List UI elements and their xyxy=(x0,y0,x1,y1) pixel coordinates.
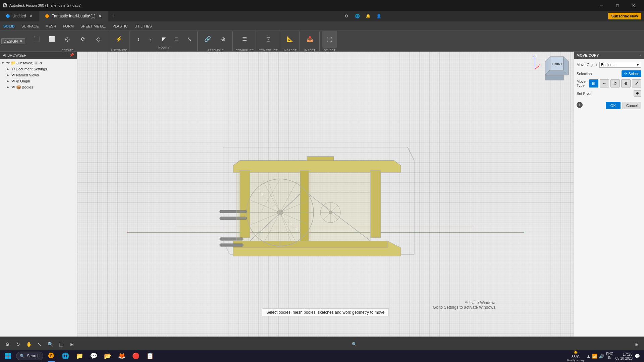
loft-btn[interactable]: ◇ xyxy=(91,31,106,48)
view-cube-btn[interactable]: ⬚ xyxy=(56,340,66,349)
named-views-label: Named Views xyxy=(16,73,39,77)
settings-icon-btn[interactable]: ⚙ xyxy=(342,11,352,21)
taskbar-app7[interactable]: 🔴 xyxy=(129,350,143,362)
minimize-button[interactable]: ─ xyxy=(594,0,609,11)
move-object-select[interactable]: Bodies... ▼ xyxy=(599,62,641,68)
design-dropdown[interactable]: DESIGN ▼ xyxy=(1,38,25,44)
bell-icon-btn[interactable]: 🔔 xyxy=(364,11,373,21)
grid-btn[interactable]: ⊞ xyxy=(67,340,76,349)
sweep-btn[interactable]: ⟳ xyxy=(75,31,90,48)
inspect-label: INSPECT xyxy=(283,49,297,52)
press-pull-btn[interactable]: ↕ xyxy=(132,33,144,45)
cancel-button[interactable]: Cancel xyxy=(623,102,641,109)
assemble-new-btn[interactable]: 🔗 xyxy=(200,31,215,48)
insert-label: INSERT xyxy=(304,49,315,52)
network-icon[interactable]: 📶 xyxy=(592,354,597,359)
svg-text:FRONT: FRONT xyxy=(552,62,562,66)
menu-form[interactable]: FORM xyxy=(59,21,77,31)
tree-item-bodies[interactable]: ▶ 👁 📦 Bodies xyxy=(0,84,77,90)
volume-icon[interactable]: 🔊 xyxy=(599,354,604,359)
move-type-axis-btn[interactable]: ↔ xyxy=(600,79,609,87)
tab-untitled[interactable]: 🔷 Untitled ✕ xyxy=(0,11,39,21)
tree-item-doc-settings[interactable]: ▶ ⚙ Document Settings xyxy=(0,66,77,72)
construct-btn[interactable]: ⌺ xyxy=(261,31,276,48)
root-settings-icon[interactable]: ⚙ xyxy=(39,61,42,65)
move-object-chevron: ▼ xyxy=(636,63,640,67)
browser-pin-icon[interactable]: 📌 xyxy=(69,53,74,57)
globe-icon-btn[interactable]: 🌐 xyxy=(353,11,362,21)
shell-btn[interactable]: □ xyxy=(170,33,182,45)
inspect-btn[interactable]: 📐 xyxy=(283,31,298,48)
automate-label: AUTOMATE xyxy=(111,49,127,52)
ok-button[interactable]: OK xyxy=(606,102,621,109)
insert-btn[interactable]: 📥 xyxy=(303,31,317,48)
revolve-btn[interactable]: ◎ xyxy=(60,31,75,48)
panel-expand-icon[interactable]: » xyxy=(639,54,641,57)
close-button[interactable]: ✕ xyxy=(626,0,641,11)
bottom-viewport-toolbar: ⚙ ↻ ✋ ⤡ 🔍 ⬚ ⊞ 🔍 ⊞ xyxy=(0,338,644,350)
center-search-btn[interactable]: 🔍 xyxy=(350,340,359,349)
automate-btn[interactable]: ⚡ xyxy=(112,31,126,48)
info-icon[interactable]: i xyxy=(577,102,583,108)
move-type-point-btn[interactable]: ⊕ xyxy=(621,79,631,87)
menu-plastic[interactable]: PLASTIC xyxy=(109,21,131,31)
tree-item-named-views[interactable]: ▶ 👁 Named Views xyxy=(0,72,77,78)
maximize-button[interactable]: □ xyxy=(610,0,625,11)
orbit-btn[interactable]: ↻ xyxy=(13,340,23,349)
viewport[interactable]: Select bodies, mesh bodies, sketches and… xyxy=(77,52,574,343)
taskbar-browser[interactable]: 🌐 xyxy=(59,350,72,362)
weather-desc: Mostly sunny xyxy=(567,359,585,362)
panel-title: MOVE/COPY xyxy=(577,53,599,57)
subscribe-button[interactable]: Subscribe Now xyxy=(608,13,641,19)
menu-sheet-metal[interactable]: SHEET METAL xyxy=(77,21,109,31)
zoom-btn[interactable]: 🔍 xyxy=(46,340,55,349)
move-object-value: Bodies... xyxy=(601,63,615,67)
fillet-btn[interactable]: ╮ xyxy=(145,33,157,45)
move-type-align-btn[interactable]: ⤢ xyxy=(632,79,641,87)
time-display[interactable]: 17:28 05-10-2023 xyxy=(615,352,633,360)
account-icon-btn[interactable]: 👤 xyxy=(374,11,384,21)
new-tab-button[interactable]: + xyxy=(108,11,119,21)
menu-solid[interactable]: SOLID xyxy=(0,21,18,31)
language-indicator[interactable]: ENG IN xyxy=(606,352,613,360)
pan-btn[interactable]: ✋ xyxy=(24,340,34,349)
menu-surface[interactable]: SURFACE xyxy=(18,21,42,31)
move-type-free-btn[interactable]: ⊞ xyxy=(589,79,598,87)
select-btn[interactable]: ⬚ xyxy=(322,31,337,48)
menu-utilities[interactable]: UTILITIES xyxy=(131,21,155,31)
move-type-rotate-btn[interactable]: ↺ xyxy=(610,79,620,87)
configure-btn[interactable]: ☰ xyxy=(237,31,252,48)
assemble-joint-btn[interactable]: ⊕ xyxy=(216,31,230,48)
bodies-arrow-icon: ▶ xyxy=(7,85,11,89)
chamfer-btn[interactable]: ◤ xyxy=(158,33,170,45)
tab-fantastic-close[interactable]: ✕ xyxy=(97,13,103,19)
tree-item-origin[interactable]: ▶ 👁 ⊕ Origin xyxy=(0,78,77,84)
assemble-label: ASSEMBLE xyxy=(207,49,224,52)
tree-item-root[interactable]: ▼ 👁 📁 (Unsaved) ● ⚙ xyxy=(0,60,77,66)
browser-collapse-icon[interactable]: ◀ xyxy=(3,53,5,57)
menu-mesh[interactable]: MESH xyxy=(42,21,60,31)
taskbar-app8[interactable]: 📋 xyxy=(143,350,157,362)
taskbar-teams[interactable]: 💬 xyxy=(87,350,100,362)
taskbar-fusion360[interactable]: 🅐 xyxy=(45,350,58,362)
set-pivot-button[interactable]: ⊕ xyxy=(634,90,641,97)
chevron-up-icon[interactable]: ▲ xyxy=(586,354,591,359)
notifications-icon[interactable]: 💬 xyxy=(635,354,640,359)
taskbar-app5[interactable]: 📂 xyxy=(101,350,114,362)
tab-fantastic[interactable]: 🔶 Fantastic Inari-Luulia*(1) ✕ xyxy=(39,11,109,21)
taskbar-files[interactable]: 📁 xyxy=(73,350,86,362)
taskbar-app6[interactable]: 🦊 xyxy=(115,350,128,362)
display-settings-btn[interactable]: ⚙ xyxy=(3,340,12,349)
select-button[interactable]: ⊹ Select xyxy=(622,70,641,77)
new-component-btn[interactable]: ⬛ xyxy=(29,31,44,48)
scale-btn[interactable]: ⤡ xyxy=(183,33,195,45)
taskbar-search[interactable]: 🔍 Search xyxy=(16,352,43,360)
start-button[interactable] xyxy=(1,350,15,362)
tab-untitled-close[interactable]: ✕ xyxy=(28,13,34,19)
hint-text: Select bodies, mesh bodies, sketches and… xyxy=(262,308,389,316)
orientation-cube[interactable]: FRONT xyxy=(543,55,570,82)
extrude-btn[interactable]: ⬜ xyxy=(45,31,59,48)
fit-btn[interactable]: ⤡ xyxy=(35,340,44,349)
sketch-grid-btn[interactable]: ⊞ xyxy=(632,340,641,349)
design-label: DESIGN xyxy=(4,39,18,43)
